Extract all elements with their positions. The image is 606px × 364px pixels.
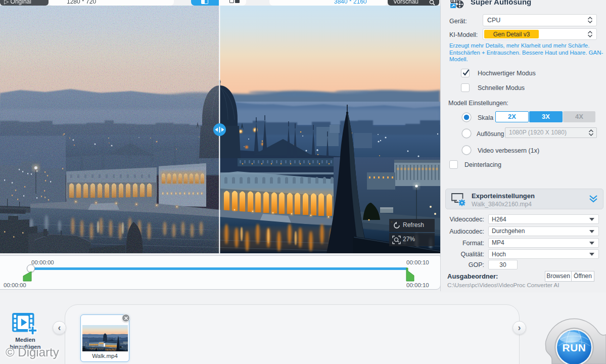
svg-text:RUN: RUN <box>563 342 586 353</box>
